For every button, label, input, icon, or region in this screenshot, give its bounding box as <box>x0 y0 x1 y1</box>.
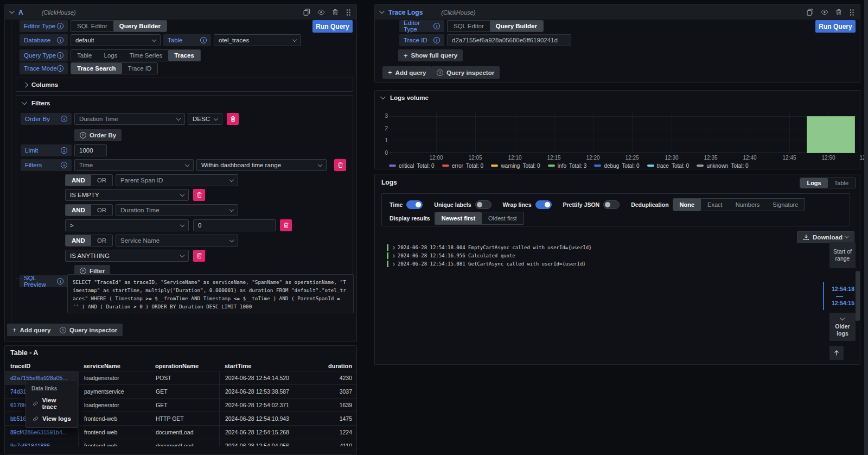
option-table[interactable]: Table <box>71 50 98 61</box>
option-or[interactable]: OR <box>91 235 112 246</box>
query-inspector-button[interactable]: Query inspector <box>431 66 500 79</box>
delete-query-icon[interactable] <box>835 9 842 16</box>
run-query-button[interactable]: Run Query <box>815 20 856 33</box>
condition-field-select[interactable]: Service Name <box>116 235 238 247</box>
show-full-query-button[interactable]: Show full query <box>398 49 463 61</box>
query-inspector-button[interactable]: Query inspector <box>54 324 123 336</box>
database-select[interactable]: default <box>71 34 161 46</box>
hide-query-eye-icon[interactable] <box>821 9 828 15</box>
legend-item-info[interactable]: infoTotal: 3 <box>548 163 586 169</box>
option-or[interactable]: OR <box>91 205 112 216</box>
add-query-button[interactable]: Add query <box>7 324 56 336</box>
view-logs-menu-item[interactable]: View logs <box>26 413 78 425</box>
expand-chevron-icon[interactable] <box>391 245 395 249</box>
option-query-builder[interactable]: Query Builder <box>490 21 543 31</box>
remove-condition-button[interactable] <box>193 189 205 201</box>
trace-id-input[interactable]: d2a7155ef6a928a05680e5ff6190241d <box>447 34 571 46</box>
drag-handle-icon[interactable] <box>346 9 351 16</box>
column-header-duration[interactable]: duration <box>290 361 356 371</box>
remove-filter-button[interactable] <box>334 159 346 171</box>
query-header-trace-logs[interactable]: Trace Logs (ClickHouse) <box>375 5 860 20</box>
chevron-down-icon[interactable] <box>22 99 27 105</box>
table-select[interactable]: otel_traces <box>214 34 301 46</box>
info-icon[interactable] <box>200 37 207 43</box>
option-oldest-first[interactable]: Oldest first <box>482 212 524 224</box>
wrap-lines-toggle[interactable] <box>535 200 552 209</box>
option-trace-search[interactable]: Trace Search <box>71 63 122 74</box>
remove-order-by-button[interactable] <box>227 113 239 125</box>
collapse-chevron-icon[interactable] <box>9 8 15 14</box>
older-logs-button[interactable]: Older logs <box>829 313 856 341</box>
expand-chevron-icon[interactable] <box>391 254 395 257</box>
legend-item-critical[interactable]: criticalTotal: 0 <box>389 163 435 169</box>
timeline-to-timestamp[interactable]: 12:54:15 <box>826 300 854 306</box>
condition-value-input[interactable]: 0 <box>193 219 276 231</box>
add-query-button[interactable]: Add query <box>382 66 431 79</box>
column-header-operationname[interactable]: operationName <box>150 361 219 371</box>
remove-condition-button[interactable] <box>280 219 292 231</box>
info-icon[interactable] <box>433 23 440 29</box>
option-sql-editor[interactable]: SQL Editor <box>448 21 490 31</box>
info-icon[interactable] <box>57 37 63 43</box>
unique-labels-toggle[interactable] <box>475 200 492 209</box>
limit-input[interactable]: 1000 <box>74 144 107 156</box>
filter-field-select[interactable]: Time <box>74 159 194 171</box>
option-dedup-signature[interactable]: Signature <box>766 199 805 211</box>
info-icon[interactable] <box>57 65 63 72</box>
scroll-to-top-button[interactable] <box>829 346 844 360</box>
info-icon[interactable] <box>57 23 63 29</box>
expand-chevron-icon[interactable] <box>391 262 395 266</box>
query-header-a[interactable]: A (ClickHouse) <box>5 5 356 20</box>
legend-item-debug[interactable]: debugTotal: 0 <box>594 163 639 169</box>
add-order-by-button[interactable]: Order By <box>74 129 122 141</box>
column-header-traceid[interactable]: traceID <box>5 361 78 371</box>
option-query-builder[interactable]: Query Builder <box>113 21 167 31</box>
info-icon[interactable] <box>61 162 67 168</box>
chevron-down-icon[interactable] <box>380 94 386 99</box>
info-icon[interactable] <box>57 278 63 285</box>
option-sql-editor[interactable]: SQL Editor <box>71 21 113 31</box>
legend-item-error[interactable]: errorTotal: 0 <box>442 163 483 169</box>
condition-operator-select[interactable]: > <box>65 219 189 231</box>
drag-handle-icon[interactable] <box>849 9 854 16</box>
option-trace-id[interactable]: Trace ID <box>122 63 158 74</box>
legend-item-trace[interactable]: traceTotal: 0 <box>647 163 689 169</box>
filter-operator-select[interactable]: Within dashboard time range <box>196 159 327 171</box>
columns-section[interactable]: Columns <box>16 78 353 92</box>
option-and[interactable]: AND <box>66 235 91 246</box>
option-newest-first[interactable]: Newest first <box>435 212 482 224</box>
option-time-series[interactable]: Time Series <box>123 50 168 61</box>
legend-item-unknown[interactable]: unknownTotal: 0 <box>697 163 748 169</box>
order-by-direction-select[interactable]: DESC <box>188 113 222 125</box>
condition-operator-select[interactable]: IS EMPTY <box>65 189 189 201</box>
column-header-starttime[interactable]: startTime <box>219 361 290 371</box>
option-logs[interactable]: Logs <box>98 50 124 61</box>
chevron-right-icon[interactable] <box>23 82 28 87</box>
table-row[interactable]: 9e7af61841886... frontend-web documentLo… <box>5 439 356 446</box>
duplicate-query-icon[interactable] <box>807 9 814 16</box>
info-icon[interactable] <box>57 52 63 59</box>
option-traces[interactable]: Traces <box>168 50 200 61</box>
download-button[interactable]: Download <box>797 231 854 243</box>
log-line[interactable]: 2024-06-28 12:54:18.004 EmptyCartAsync c… <box>387 244 592 251</box>
option-and[interactable]: AND <box>66 175 91 186</box>
info-icon[interactable] <box>433 37 440 43</box>
option-or[interactable]: OR <box>91 175 112 186</box>
log-line[interactable]: 2024-06-28 12:54:16.956 Calculated quote <box>387 252 592 260</box>
option-logs-view[interactable]: Logs <box>800 178 827 188</box>
option-dedup-exact[interactable]: Exact <box>701 199 729 211</box>
info-logs-bar[interactable] <box>807 116 855 153</box>
condition-field-select[interactable]: Duration Time <box>116 204 238 216</box>
option-dedup-none[interactable]: None <box>673 199 701 211</box>
column-header-servicename[interactable]: serviceName <box>78 361 150 371</box>
remove-condition-button[interactable] <box>193 250 205 262</box>
order-by-field-select[interactable]: Duration Time <box>74 113 185 125</box>
log-line[interactable]: 2024-06-28 12:54:15.081 GetCartAsync cal… <box>387 260 592 268</box>
prettify-json-toggle[interactable] <box>603 200 620 209</box>
page-scrollbar[interactable] <box>864 0 868 455</box>
delete-query-icon[interactable] <box>332 9 339 16</box>
condition-operator-select[interactable]: IS ANYTHING <box>65 250 189 262</box>
log-scrollbar[interactable] <box>856 271 860 321</box>
info-icon[interactable] <box>61 147 67 154</box>
option-dedup-numbers[interactable]: Numbers <box>729 199 767 211</box>
